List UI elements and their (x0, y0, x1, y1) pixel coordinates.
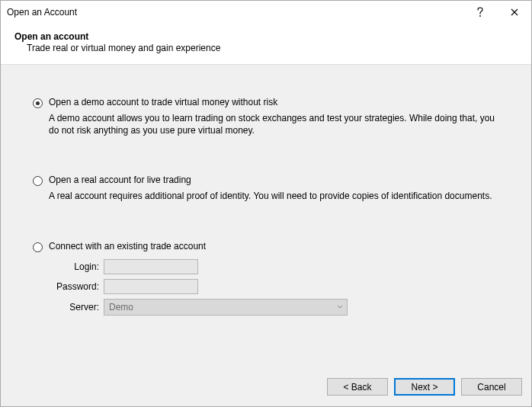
titlebar: Open an Account (1, 1, 531, 24)
option-connect-body: Connect with an existing trade account L… (49, 241, 510, 320)
option-real-label: Open a real account for live trading (49, 175, 510, 185)
password-input[interactable] (104, 279, 198, 294)
option-connect-label: Connect with an existing trade account (49, 241, 510, 252)
option-demo-body: Open a demo account to trade virtual mon… (49, 97, 510, 136)
radio-real[interactable] (33, 176, 43, 186)
option-demo[interactable]: Open a demo account to trade virtual mon… (33, 97, 510, 136)
radio-connect[interactable] (33, 242, 43, 252)
back-button[interactable]: < Back (327, 378, 388, 396)
close-icon (511, 8, 518, 16)
option-demo-desc: A demo account allows you to learn tradi… (49, 112, 510, 136)
wizard-header: Open an account Trade real or virtual mo… (1, 24, 531, 65)
help-button[interactable] (463, 2, 497, 23)
connect-form: Login: Password: Server: Demo (49, 259, 510, 316)
option-connect[interactable]: Connect with an existing trade account L… (33, 241, 510, 320)
row-server: Server: Demo (49, 299, 510, 316)
server-select[interactable]: Demo (104, 299, 348, 316)
chevron-down-icon (333, 305, 347, 309)
next-button[interactable]: Next > (394, 378, 455, 396)
option-real[interactable]: Open a real account for live trading A r… (33, 175, 510, 202)
close-button[interactable] (497, 2, 531, 23)
server-label: Server: (49, 302, 104, 312)
window-title: Open an Account (7, 7, 463, 18)
server-select-value: Demo (104, 302, 333, 312)
wizard-content: Open a demo account to trade virtual mon… (1, 65, 531, 370)
password-label: Password: (49, 281, 104, 292)
page-subtitle: Trade real or virtual money and gain exp… (14, 43, 518, 53)
cancel-button[interactable]: Cancel (461, 378, 522, 396)
row-password: Password: (49, 279, 510, 294)
option-real-body: Open a real account for live trading A r… (49, 175, 510, 202)
radio-demo[interactable] (33, 98, 43, 108)
option-demo-label: Open a demo account to trade virtual mon… (49, 97, 510, 107)
wizard-footer: < Back Next > Cancel (1, 370, 531, 406)
svg-point-0 (479, 15, 481, 17)
help-icon (476, 7, 484, 18)
login-label: Login: (49, 261, 104, 272)
option-real-desc: A real account requires additional proof… (49, 190, 510, 202)
page-title: Open an account (14, 31, 518, 42)
row-login: Login: (49, 259, 510, 274)
login-input[interactable] (104, 259, 198, 274)
